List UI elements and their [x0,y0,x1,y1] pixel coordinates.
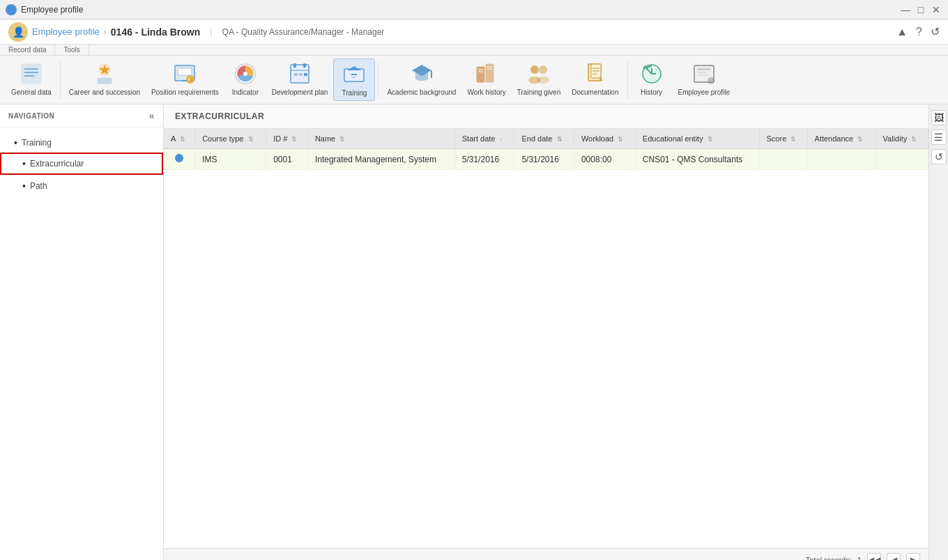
table-container[interactable]: A ⇅ Course type ⇅ ID # ⇅ Name [164,129,928,548]
svg-point-34 [539,65,547,74]
col-workload-label: Workload [581,134,613,143]
col-attendance-sort[interactable]: ⇅ [857,136,863,143]
col-score-sort[interactable]: ⇅ [790,136,796,143]
svg-point-10 [186,75,194,84]
traininggiven-label: Training given [517,88,560,97]
sep1 [60,61,61,98]
col-name[interactable]: Name ⇅ [307,129,454,149]
col-name-label: Name [315,134,335,143]
col-a-label: A [171,134,176,143]
col-a[interactable]: A ⇅ [164,129,195,149]
history-icon [639,61,664,86]
svg-rect-6 [98,78,112,84]
sidebar-item-extracurricular[interactable]: • Extracurricular [0,153,163,175]
col-course-type[interactable]: Course type ⇅ [195,129,266,149]
prev-page-button[interactable]: ◀ [887,553,901,560]
documentation-label: Documentation [572,88,618,97]
cell-score [759,149,807,170]
col-educational-entity[interactable]: Educational entity ⇅ [635,129,759,149]
toolbar-item-documentation[interactable]: Documentation [566,59,624,100]
toolbar-item-workhistory[interactable]: Work history [461,59,511,100]
sidebar: NAVIGATION « • Training • Extracurricula… [0,104,164,560]
row-radio[interactable] [175,154,183,162]
training-label: Training [342,88,367,98]
col-course-type-label: Course type [202,134,243,143]
total-records-label: Total records: [806,556,852,560]
right-sidebar-refresh-icon[interactable]: ↺ [931,149,947,164]
app-name-link[interactable]: Employee profile [32,26,100,37]
employee-title: 0146 - Linda Brown [111,26,200,38]
col-validity-sort[interactable]: ⇅ [911,136,917,143]
svg-rect-8 [178,68,192,75]
col-score-label: Score [767,134,787,143]
workhistory-label: Work history [467,88,505,97]
table-row[interactable]: IMS 0001 Integrated Management, System 5… [164,149,928,170]
sep2 [378,61,379,98]
toolbar-item-position[interactable]: i Position requirements [146,59,224,100]
toolbar-item-indicator[interactable]: Indicator [224,59,266,100]
sidebar-collapse-button[interactable]: « [149,110,155,121]
col-end-date-label: End date [521,134,552,143]
toolbar-item-general-data[interactable]: General data [6,59,57,100]
general-data-icon [19,61,44,86]
minimize-button[interactable]: — [899,3,912,16]
toolbar-item-empprofile[interactable]: Employee profile [673,59,735,100]
right-sidebar-preview-icon[interactable]: 🖼 [931,110,947,125]
toolbar-item-history[interactable]: History [631,59,673,100]
history-label: History [641,88,662,97]
position-icon: i [172,61,197,86]
col-id[interactable]: ID # ⇅ [266,129,308,149]
cell-a[interactable] [164,149,195,170]
window-controls[interactable]: — □ ✕ [899,3,942,16]
training-table: A ⇅ Course type ⇅ ID # ⇅ Name [164,129,928,170]
right-sidebar: 🖼 ☰ ↺ [928,104,948,560]
col-end-date-sort[interactable]: ⇅ [557,136,563,143]
col-start-date[interactable]: Start date ↑ [454,129,514,149]
col-validity[interactable]: Validity ⇅ [876,129,928,149]
svg-point-51 [708,77,714,84]
col-score[interactable]: Score ⇅ [759,129,807,149]
content-header: EXTRACURRICULAR [164,104,928,129]
sidebar-title: NAVIGATION [8,112,54,120]
svg-marker-22 [347,66,361,70]
sidebar-item-path[interactable]: • Path [0,175,163,197]
path-bullet: • [22,180,26,192]
academic-label: Academic background [387,88,456,97]
col-workload-sort[interactable]: ⇅ [618,136,623,143]
col-workload[interactable]: Workload ⇅ [574,129,635,149]
toolbar-item-training[interactable]: Training [333,59,375,101]
col-name-sort[interactable]: ⇅ [339,136,345,143]
cell-course-type: IMS [195,149,266,170]
col-a-sort[interactable]: ⇅ [180,136,185,143]
col-end-date[interactable]: End date ⇅ [514,129,574,149]
sidebar-header: NAVIGATION « [0,104,163,127]
toolbar-item-devplan[interactable]: Development plan [266,59,334,100]
right-sidebar-list-icon[interactable]: ☰ [931,130,947,145]
maximize-button[interactable]: □ [915,3,927,16]
toolbar-item-academic[interactable]: Academic background [381,59,461,100]
toolbar-item-career[interactable]: Career and succession [63,59,146,100]
close-button[interactable]: ✕ [930,3,942,16]
col-course-type-sort[interactable]: ⇅ [248,136,254,143]
col-start-date-sort[interactable]: ↑ [500,136,503,143]
collapse-icon[interactable]: ▲ [896,26,908,38]
breadcrumb-actions[interactable]: ▲ ? ↺ [896,25,940,38]
training-icon [342,62,367,87]
next-page-button[interactable]: ▶ [906,553,920,560]
sidebar-item-training[interactable]: • Training [0,133,163,153]
col-educational-entity-sort[interactable]: ⇅ [708,136,713,143]
toolbar-sections: Record data Tools [0,45,948,56]
col-id-label: ID # [273,134,287,143]
refresh-icon[interactable]: ↺ [931,25,940,38]
toolbar-container: Record data Tools General data Career an… [0,45,948,104]
col-attendance[interactable]: Attendance ⇅ [807,129,876,149]
help-icon[interactable]: ? [916,26,922,38]
svg-rect-27 [477,67,484,82]
svg-point-13 [243,72,247,76]
svg-rect-0 [22,64,41,84]
toolbar-item-traininggiven[interactable]: Training given [512,59,566,100]
col-id-sort[interactable]: ⇅ [291,136,297,143]
breadcrumb-bar: 👤 Employee profile › 0146 - Linda Brown … [0,20,948,45]
col-educational-entity-label: Educational entity [643,134,703,143]
first-page-button[interactable]: ◀◀ [867,553,881,560]
